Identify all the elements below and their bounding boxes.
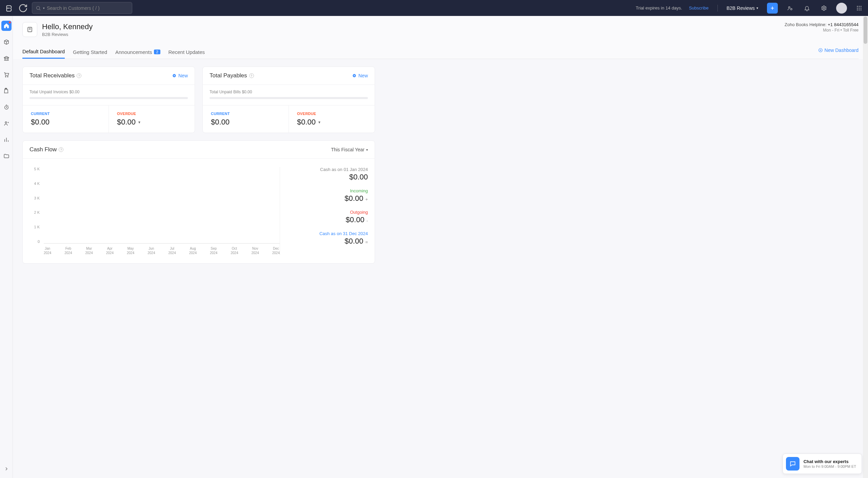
sidebar-item-items[interactable] [1,37,12,47]
settings-icon[interactable] [819,3,829,13]
chat-hours: Mon to Fri 9:00AM - 9:00PM ET [804,464,856,469]
stat-label: OVERDUE [117,112,186,116]
helpline-phone: +1 8443165544 [828,22,859,27]
help-icon[interactable]: ? [59,147,63,152]
svg-point-6 [861,6,862,7]
svg-point-11 [859,9,860,10]
receivables-progress [29,97,188,99]
referrals-icon[interactable] [785,3,795,13]
search-input-wrap[interactable]: ▾ [32,2,132,14]
card-payables: Total Payables ? New Total Unpaid Bills … [202,66,375,133]
payables-overdue[interactable]: OVERDUE $0.00▼ [289,106,375,133]
new-dashboard-label: New Dashboard [825,47,859,53]
cash-incoming: Incoming $0.00+ [290,188,368,203]
subscribe-link[interactable]: Subscribe [689,5,709,11]
divider [717,5,718,12]
search-icon [36,5,41,11]
svg-point-16 [5,122,7,123]
payables-title: Total Payables ? [210,72,254,79]
tab-announcements[interactable]: Announcements 2 [115,46,160,58]
chat-widget[interactable]: Chat with our experts Mon to Fri 9:00AM … [783,454,862,474]
sidebar-item-purchases[interactable] [1,86,12,96]
user-avatar[interactable] [836,3,847,14]
plus-circle-icon [352,73,357,78]
chevron-down-icon: ▾ [366,148,368,152]
chart-x-axis: Jan2024Feb2024Mar2024Apr2024May2024Jun20… [44,246,280,255]
sidebar-item-documents[interactable] [1,151,12,161]
receivables-new-button[interactable]: New [172,73,188,78]
main-content: Hello, Kennedy B2B Reviews Zoho Books He… [13,16,868,478]
svg-point-0 [37,6,40,9]
svg-point-14 [7,76,8,77]
cashflow-chart: 5 K4 K3 K2 K1 K0 Jan2024Feb2024Mar2024Ap… [29,167,280,255]
scrollbar[interactable] [863,16,868,478]
helpline-hours: Mon - Fri • Toll Free [785,28,859,33]
chat-icon [786,457,800,471]
scrollbar-thumb[interactable] [864,17,867,44]
svg-point-7 [857,7,858,8]
svg-point-5 [859,6,860,7]
svg-point-3 [823,7,825,9]
announcements-badge: 2 [154,50,160,54]
plus-circle-icon [818,48,823,53]
card-receivables: Total Receivables ? New Total Unpaid Inv… [22,66,195,133]
stat-value: $0.00▼ [117,118,186,127]
greeting-title: Hello, Kennedy [42,22,93,31]
notifications-icon[interactable] [802,3,812,13]
svg-point-13 [5,76,6,77]
hero: Hello, Kennedy B2B Reviews Zoho Books He… [13,16,868,59]
svg-point-10 [857,9,858,10]
apps-grid-icon[interactable] [854,3,864,13]
stat-label: CURRENT [31,112,100,116]
sidebar-expand-button[interactable] [1,464,12,474]
app-logo-icon[interactable] [4,3,14,13]
org-switcher[interactable]: B2B Reviews ▾ [727,5,758,11]
sidebar-item-home[interactable] [1,21,12,31]
payables-unpaid-text: Total Unpaid Bills $0.00 [210,90,368,94]
chat-title: Chat with our experts [804,459,856,464]
payables-progress [210,97,368,99]
topbar: ▾ Trial expires in 14 days. Subscribe B2… [0,0,868,16]
receivables-unpaid-text: Total Unpaid Invoices $0.00 [29,90,188,94]
svg-point-12 [861,9,862,10]
stat-value: $0.00 [211,118,280,127]
helpline-label: Zoho Books Helpline: [785,22,828,27]
sidebar [0,16,13,478]
cashflow-title: Cash Flow ? [29,146,63,153]
quick-create-button[interactable] [767,3,778,14]
help-icon[interactable]: ? [77,73,81,78]
tabs: Default Dashboard Getting Started Announ… [22,45,859,59]
greeting-org: B2B Reviews [42,32,93,37]
svg-point-1 [789,6,790,8]
cashflow-summary: Cash as on 01 Jan 2024 $0.00 Incoming $0… [280,167,368,255]
org-name-label: B2B Reviews [727,5,755,11]
new-dashboard-button[interactable]: New Dashboard [818,47,859,56]
chart-baseline [44,167,280,244]
sidebar-item-time[interactable] [1,102,12,112]
notification-dot-icon [9,21,11,23]
chevron-down-icon: ▾ [756,6,758,10]
refresh-icon[interactable] [18,3,28,13]
stat-value: $0.00 [31,118,100,127]
dashboard-content: Total Receivables ? New Total Unpaid Inv… [13,59,868,271]
search-scope-caret-icon[interactable]: ▾ [43,6,45,10]
sidebar-item-reports[interactable] [1,135,12,145]
cash-closing: Cash as on 31 Dec 2024 $0.00= [290,231,368,246]
help-icon[interactable]: ? [249,73,254,78]
stat-label: OVERDUE [297,112,367,116]
sidebar-item-sales[interactable] [1,70,12,80]
tab-recent-updates[interactable]: Recent Updates [169,46,205,58]
chart-y-axis: 5 K4 K3 K2 K1 K0 [29,167,42,244]
cashflow-period-select[interactable]: This Fiscal Year ▾ [331,147,368,152]
sidebar-item-banking[interactable] [1,53,12,63]
receivables-overdue[interactable]: OVERDUE $0.00▼ [108,106,195,133]
sidebar-item-accountant[interactable] [1,118,12,129]
tab-default-dashboard[interactable]: Default Dashboard [22,45,65,59]
search-input[interactable] [47,5,129,11]
payables-new-button[interactable]: New [352,73,368,78]
tab-getting-started[interactable]: Getting Started [73,46,107,58]
stat-value: $0.00▼ [297,118,367,127]
svg-point-8 [859,7,860,8]
receivables-current: CURRENT $0.00 [23,106,108,133]
svg-point-4 [857,6,858,7]
